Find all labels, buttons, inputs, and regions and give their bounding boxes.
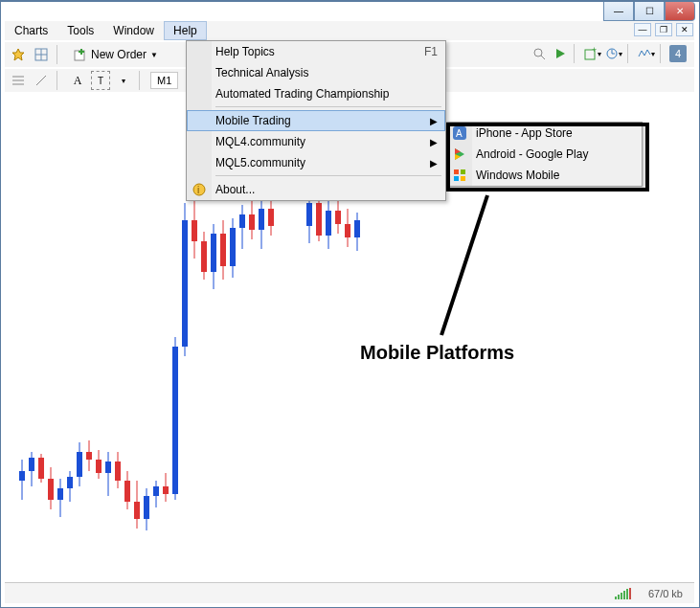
menu-shortcut: F1: [424, 45, 438, 58]
svg-rect-34: [86, 452, 92, 460]
add-chart-icon[interactable]: +▾: [583, 44, 602, 63]
text-a-icon[interactable]: A: [68, 71, 87, 90]
svg-rect-93: [461, 169, 465, 174]
submenu-arrow-icon: ▶: [430, 137, 438, 147]
svg-text:A: A: [456, 128, 463, 139]
svg-rect-58: [201, 241, 207, 272]
statusbar: 67/0 kb: [5, 582, 694, 603]
svg-rect-60: [211, 234, 216, 272]
svg-rect-95: [461, 176, 465, 181]
mdi-minimize-button[interactable]: —: [634, 23, 651, 36]
minimize-button[interactable]: —: [603, 2, 634, 21]
app-window: — ☐ ✕ Charts Tools Window Help — ❐ ✕ New…: [0, 0, 700, 608]
svg-rect-44: [134, 502, 140, 519]
menu-help[interactable]: Help: [164, 21, 207, 40]
window-controls: — ☐ ✕: [603, 2, 695, 21]
svg-rect-62: [220, 234, 226, 266]
svg-text:+: +: [592, 47, 597, 55]
mobile-trading-submenu: A iPhone - App Store Android - Google Pl…: [446, 122, 643, 187]
connection-bars-icon: [615, 588, 637, 599]
grid-icon[interactable]: [32, 45, 51, 64]
svg-rect-72: [268, 209, 274, 226]
svg-rect-92: [454, 169, 459, 174]
svg-rect-94: [454, 176, 459, 181]
clock-icon[interactable]: ▾: [604, 44, 623, 63]
menu-label: iPhone - App Store: [476, 126, 573, 140]
close-button[interactable]: ✕: [665, 2, 695, 21]
svg-rect-26: [48, 479, 54, 500]
menubar: Charts Tools Window Help: [5, 21, 694, 40]
text-t-icon[interactable]: T: [91, 71, 110, 90]
svg-line-18: [36, 76, 46, 85]
svg-rect-40: [115, 462, 121, 481]
maximize-button[interactable]: ☐: [634, 2, 665, 21]
mql4-community-item[interactable]: MQL4.community ▶: [187, 131, 445, 152]
new-order-button[interactable]: New Order ▼: [68, 44, 164, 65]
svg-rect-36: [96, 460, 102, 473]
iphone-appstore-item[interactable]: A iPhone - App Store: [447, 123, 642, 144]
svg-rect-76: [316, 203, 322, 236]
android-googleplay-item[interactable]: Android - Google Play: [447, 144, 642, 165]
timeframe-m1[interactable]: M1: [150, 72, 178, 89]
menu-label: Technical Analysis: [215, 66, 308, 79]
svg-rect-56: [192, 220, 197, 241]
menu-label: MQL5.community: [215, 156, 305, 169]
help-dropdown: Help Topics F1 Technical Analysis Automa…: [186, 40, 446, 201]
svg-rect-24: [38, 458, 44, 479]
menu-label: Help Topics: [215, 45, 275, 58]
chevron-down-icon: ▼: [150, 51, 158, 59]
mobile-trading-item[interactable]: Mobile Trading ▶: [187, 110, 445, 131]
svg-rect-20: [19, 471, 25, 481]
about-item[interactable]: i About...: [187, 179, 445, 200]
mdi-close-button[interactable]: ✕: [676, 23, 693, 36]
menu-label: Automated Trading Championship: [215, 87, 389, 101]
status-kb: 67/0 kb: [637, 588, 694, 599]
plus-icon: [74, 48, 87, 61]
help-topics-item[interactable]: Help Topics F1: [187, 41, 445, 62]
svg-rect-48: [153, 486, 159, 496]
new-order-label: New Order: [91, 48, 147, 61]
svg-rect-46: [144, 496, 149, 519]
svg-rect-38: [105, 462, 111, 473]
star-icon[interactable]: [9, 45, 28, 64]
magnifier-icon[interactable]: [530, 44, 549, 63]
technical-analysis-item[interactable]: Technical Analysis: [187, 62, 445, 83]
submenu-arrow-icon: ▶: [430, 116, 438, 126]
windows-mobile-item[interactable]: Windows Mobile: [447, 165, 642, 186]
svg-rect-32: [77, 452, 82, 477]
svg-rect-64: [230, 228, 236, 266]
svg-rect-42: [124, 481, 130, 502]
menu-label: About...: [215, 183, 255, 196]
menu-label: MQL4.community: [215, 135, 305, 148]
line-tool-icon[interactable]: [32, 71, 51, 90]
menu-label: Mobile Trading: [215, 114, 291, 127]
svg-rect-50: [163, 486, 169, 494]
svg-rect-84: [354, 220, 360, 237]
chart-wave-icon[interactable]: ▾: [637, 44, 656, 63]
svg-rect-54: [182, 220, 188, 347]
svg-marker-9: [556, 49, 565, 58]
svg-rect-82: [345, 224, 350, 237]
svg-rect-74: [306, 203, 312, 226]
svg-rect-68: [249, 214, 255, 230]
svg-rect-28: [57, 488, 63, 500]
menu-charts[interactable]: Charts: [5, 21, 57, 40]
svg-marker-0: [12, 49, 24, 60]
svg-text:i: i: [197, 185, 199, 195]
annotation-label: Mobile Platforms: [360, 342, 514, 364]
fibonacci-icon[interactable]: [9, 71, 28, 90]
menu-tools[interactable]: Tools: [57, 21, 103, 40]
mql5-community-item[interactable]: MQL5.community ▶: [187, 152, 445, 173]
menu-window[interactable]: Window: [103, 21, 164, 40]
arrow-down-icon[interactable]: ▾: [114, 71, 133, 90]
svg-rect-80: [335, 211, 341, 224]
mdi-restore-button[interactable]: ❐: [655, 23, 672, 36]
menu-label: Windows Mobile: [476, 169, 559, 182]
svg-rect-52: [172, 347, 178, 494]
play-icon[interactable]: [551, 44, 570, 63]
svg-rect-22: [29, 458, 34, 471]
automated-championship-item[interactable]: Automated Trading Championship: [187, 83, 445, 104]
workspace-badge[interactable]: 4: [669, 45, 687, 62]
svg-line-8: [541, 56, 545, 59]
svg-rect-66: [239, 214, 245, 228]
